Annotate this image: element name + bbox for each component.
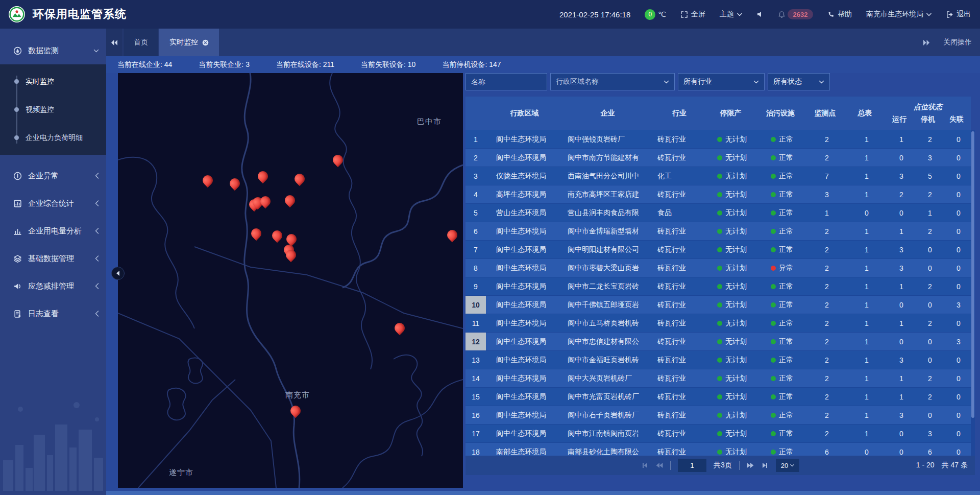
table-row[interactable]: 5 营山生态环境局 营山县润丰肉食品有限 食品 无计划 正常 1 0 0 1 0 xyxy=(465,204,971,222)
table-row[interactable]: 18 南部生态环境局 南部县砂化土陶有限公 砖瓦行业 无计划 正常 6 0 0 … xyxy=(465,443,971,456)
status-dot-icon xyxy=(717,376,722,381)
tab-home[interactable]: 首页 xyxy=(124,29,158,56)
col-company: 企业 xyxy=(563,97,652,130)
status-dot-icon xyxy=(717,394,722,399)
close-operations-button[interactable]: 关闭操作 xyxy=(943,38,972,47)
theme-menu[interactable]: 主题 xyxy=(720,10,742,19)
last-page-button[interactable] xyxy=(762,462,769,469)
speaker-button[interactable] xyxy=(756,11,764,18)
datetime: 2021-02-25 17:46:18 xyxy=(559,10,630,19)
logout-icon xyxy=(946,11,953,18)
enterprise-table-panel: 行政区域名称 所有行业 所有状态 行政区域 企业 行业 停限产 治污设施 监测点… xyxy=(465,73,975,477)
limit-status: 无计划 xyxy=(707,277,756,295)
chevron-left-icon xyxy=(95,283,99,289)
prev-page-icon xyxy=(655,462,663,469)
sidebar-item-log-view[interactable]: 日志查看 xyxy=(0,300,106,327)
status-dot-icon xyxy=(771,174,776,179)
first-page-button[interactable] xyxy=(641,462,648,469)
status-dot-icon xyxy=(717,450,722,455)
table-row[interactable]: 3 仪陇生态环境局 西南油气田分公司川中 化工 无计划 正常 7 1 3 5 0 xyxy=(465,167,971,185)
scrollbar-thumb[interactable] xyxy=(971,131,974,418)
table-row[interactable]: 13 阆中生态环境局 阆中市金福旺页岩机砖 砖瓦行业 无计划 正常 2 1 3 … xyxy=(465,351,971,369)
org-menu[interactable]: 南充市生态环境局 xyxy=(866,10,932,19)
stat-item: 当前在线企业: 44 xyxy=(117,60,172,69)
enterprise-table: 行政区域 企业 行业 停限产 治污设施 监测点 总表 点位状态 运行 停机 失联… xyxy=(465,97,971,456)
tab-close-icon[interactable] xyxy=(202,39,209,46)
facility-status: 正常 xyxy=(756,406,807,424)
status-dot-icon xyxy=(771,450,776,455)
page-number-input[interactable] xyxy=(678,459,706,472)
chevron-left-icon xyxy=(116,271,120,276)
notification-area[interactable]: 2632 xyxy=(778,9,813,19)
tab-scroll-left-button[interactable] xyxy=(106,29,122,56)
layers-icon xyxy=(13,254,22,263)
fullscreen-icon xyxy=(680,11,688,18)
sidebar-item-realtime-monitoring[interactable]: 实时监控 xyxy=(0,67,106,96)
chevron-down-icon xyxy=(664,80,669,84)
status-dot-icon xyxy=(717,229,722,234)
sidebar-item-enterprise-abnormal[interactable]: 企业异常 xyxy=(0,162,106,190)
name-filter[interactable] xyxy=(465,73,547,90)
facility-status: 正常 xyxy=(756,167,807,185)
bell-icon xyxy=(778,11,786,18)
table-row[interactable]: 4 高坪生态环境局 南充市高坪区王家店建 砖瓦行业 无计划 正常 3 1 2 2… xyxy=(465,185,971,204)
help-button[interactable]: 帮助 xyxy=(827,10,852,19)
table-vertical-scrollbar[interactable] xyxy=(971,130,975,456)
page-size-select[interactable]: 20 xyxy=(776,459,799,472)
app-logo-icon xyxy=(8,6,26,23)
sidebar-item-electricity-analysis[interactable]: 企业用电量分析 xyxy=(0,217,106,245)
prev-page-button[interactable] xyxy=(655,462,663,469)
sidebar-item-video-monitoring[interactable]: 视频监控 xyxy=(0,96,106,124)
sidebar-item-power-load-detail[interactable]: 企业电力负荷明细 xyxy=(0,124,106,152)
table-row[interactable]: 10 阆中生态环境局 阆中千佛镇五郎垭页岩 砖瓦行业 无计划 正常 2 1 0 … xyxy=(465,296,971,314)
table-row[interactable]: 1 阆中生态环境局 阆中强锐页岩砖厂 砖瓦行业 无计划 正常 2 1 1 2 0 xyxy=(465,130,971,149)
region-filter-select[interactable]: 行政区域名称 xyxy=(550,73,675,90)
double-chevron-right-icon xyxy=(923,39,930,46)
table-row[interactable]: 8 阆中生态环境局 阆中市枣碧大梁山页岩 砖瓦行业 无计划 异常 2 1 3 0… xyxy=(465,259,971,277)
table-row[interactable]: 16 阆中生态环境局 阆中市石子页岩机砖厂 砖瓦行业 无计划 正常 2 1 3 … xyxy=(465,406,971,425)
table-row[interactable]: 9 阆中生态环境局 阆中市二龙长宝页岩砖 砖瓦行业 无计划 正常 2 1 1 2… xyxy=(465,277,971,296)
status-dot-icon xyxy=(771,137,776,142)
status-filter-select[interactable]: 所有状态 xyxy=(768,73,830,90)
table-row[interactable]: 7 阆中生态环境局 阆中明阳建材有限公司 砖瓦行业 无计划 正常 2 1 3 0… xyxy=(465,241,971,259)
temperature-widget: 0 ℃ xyxy=(645,9,666,20)
name-filter-input[interactable] xyxy=(471,78,542,86)
chevron-left-icon xyxy=(95,311,99,317)
limit-status: 无计划 xyxy=(707,185,756,203)
table-row[interactable]: 11 阆中生态环境局 阆中市五马桥页岩机砖 砖瓦行业 无计划 正常 2 1 1 … xyxy=(465,314,971,333)
sidebar-item-base-data[interactable]: 基础数据管理 xyxy=(0,245,106,272)
tab-realtime-monitoring[interactable]: 实时监控 xyxy=(159,29,219,56)
status-dot-icon xyxy=(717,321,722,326)
col-region: 行政区域 xyxy=(486,97,563,130)
next-page-button[interactable] xyxy=(747,462,754,469)
col-run: 运行 xyxy=(885,115,914,124)
sidebar-item-data-monitoring[interactable]: 数据监测 xyxy=(0,37,106,64)
facility-status: 正常 xyxy=(756,425,807,442)
status-dot-icon xyxy=(717,155,722,160)
status-dot-icon xyxy=(717,413,722,418)
table-row[interactable]: 6 阆中生态环境局 阆中市金博瑞新型墙材 砖瓦行业 无计划 正常 2 1 1 2… xyxy=(465,222,971,241)
col-facility: 治污设施 xyxy=(755,97,806,130)
horizontal-scrollbar[interactable] xyxy=(106,491,980,495)
limit-status: 无计划 xyxy=(707,222,756,240)
table-row[interactable]: 15 阆中生态环境局 阆中市光富页岩机砖厂 砖瓦行业 无计划 正常 2 1 1 … xyxy=(465,388,971,406)
fullscreen-button[interactable]: 全屏 xyxy=(680,10,705,19)
status-dot-icon xyxy=(771,376,776,381)
sidebar-item-enterprise-stats[interactable]: 企业综合统计 xyxy=(0,190,106,217)
status-dot-icon xyxy=(771,321,776,326)
tab-scroll-right-button[interactable] xyxy=(923,39,930,46)
logout-button[interactable]: 退出 xyxy=(946,10,971,19)
industry-filter-select[interactable]: 所有行业 xyxy=(678,73,765,90)
map-collapse-button[interactable] xyxy=(111,267,125,280)
sidebar-item-emergency-reduction[interactable]: 应急减排管理 xyxy=(0,272,106,300)
table-row[interactable]: 2 阆中生态环境局 阆中市南方节能建材有 砖瓦行业 无计划 正常 2 1 0 3… xyxy=(465,149,971,167)
chevron-down-icon xyxy=(926,13,932,16)
table-row[interactable]: 14 阆中生态环境局 阆中大兴页岩机砖厂 砖瓦行业 无计划 正常 2 1 1 2… xyxy=(465,369,971,388)
table-row[interactable]: 17 阆中生态环境局 阆中市江南镇阆南页岩 砖瓦行业 无计划 正常 2 1 0 … xyxy=(465,425,971,443)
status-dot-icon xyxy=(717,137,722,142)
table-row[interactable]: 12 阆中生态环境局 阆中市忠信建材有限公 砖瓦行业 无计划 正常 2 1 0 … xyxy=(465,333,971,351)
facility-status: 正常 xyxy=(756,149,807,167)
facility-status: 正常 xyxy=(756,185,807,203)
facility-status: 正常 xyxy=(756,204,807,222)
notification-count-badge: 2632 xyxy=(788,9,813,19)
